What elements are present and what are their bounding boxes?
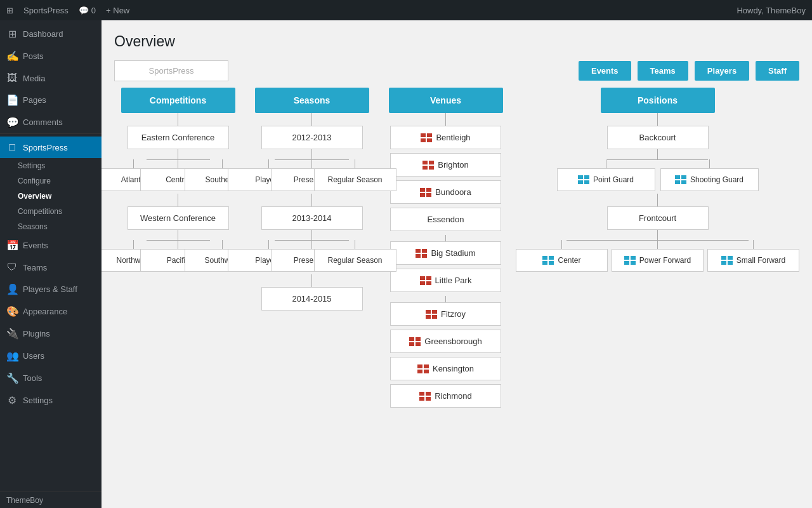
new-button[interactable]: + New bbox=[106, 6, 129, 15]
plugins-icon: 🔌 bbox=[6, 328, 18, 340]
little-park-icon bbox=[420, 276, 431, 285]
positions-header[interactable]: Positions bbox=[601, 88, 715, 113]
sidebar-item-plugins[interactable]: 🔌 Plugins bbox=[0, 323, 102, 345]
site-name[interactable]: SportsPress bbox=[23, 6, 69, 15]
svg-rect-25 bbox=[416, 337, 421, 341]
svg-rect-48 bbox=[624, 256, 629, 260]
backcourt-node[interactable]: Backcourt bbox=[607, 126, 709, 149]
eastern-conference-node[interactable]: Eastern Conference bbox=[128, 126, 229, 149]
sidebar-item-events[interactable]: 📅 Events bbox=[0, 234, 102, 257]
sidebar-item-players-staff[interactable]: 👤 Players & Staff bbox=[0, 278, 102, 300]
seasons-column: Seasons 2012-2013 Playoffs Preseason bbox=[248, 88, 376, 311]
svg-rect-26 bbox=[409, 342, 414, 346]
big-stadium-node[interactable]: Big Stadium bbox=[390, 241, 501, 265]
sidebar: ⊞ Dashboard ✍ Posts 🖼 Media 📄 Pages 💬 Co… bbox=[0, 20, 102, 508]
frontcourt-node[interactable]: Frontcourt bbox=[607, 206, 709, 230]
sidebar-item-media[interactable]: 🖼 Media bbox=[0, 67, 102, 89]
players-button[interactable]: Players bbox=[695, 61, 749, 81]
main-content: Overview SportsPress Events Teams Player… bbox=[102, 20, 812, 508]
bentleigh-node[interactable]: Bentleigh bbox=[390, 126, 501, 149]
sidebar-item-pages[interactable]: 📄 Pages bbox=[0, 89, 102, 111]
point-guard-icon bbox=[578, 175, 589, 184]
players-icon: 👤 bbox=[6, 283, 18, 295]
kensington-node[interactable]: Kensington bbox=[390, 357, 501, 380]
logo-text: SportsPress bbox=[149, 66, 194, 76]
sidebar-item-settings2[interactable]: ⚙ Settings bbox=[0, 389, 102, 411]
svg-rect-51 bbox=[631, 261, 636, 265]
svg-rect-3 bbox=[427, 138, 432, 142]
users-icon: 👥 bbox=[6, 350, 18, 362]
sidebar-item-competitions[interactable]: Competitions bbox=[0, 204, 102, 219]
svg-rect-15 bbox=[422, 254, 427, 258]
svg-rect-38 bbox=[578, 180, 583, 184]
sidebar-item-users[interactable]: 👥 Users bbox=[0, 345, 102, 367]
richmond-node[interactable]: Richmond bbox=[390, 384, 501, 408]
sidebar-item-settings[interactable]: Settings bbox=[0, 158, 102, 173]
seasons-header[interactable]: Seasons bbox=[255, 88, 369, 113]
venues-header[interactable]: Venues bbox=[389, 88, 503, 113]
top-row: SportsPress Events Teams Players Staff bbox=[114, 60, 799, 81]
svg-rect-21 bbox=[432, 310, 437, 314]
svg-rect-33 bbox=[426, 392, 431, 396]
svg-rect-49 bbox=[631, 256, 636, 260]
sidebar-item-comments[interactable]: 💬 Comments bbox=[0, 111, 102, 133]
teams-icon: 🛡 bbox=[6, 262, 18, 273]
frontcourt-group: Frontcourt Center bbox=[516, 206, 799, 272]
point-guard-node[interactable]: Point Guard bbox=[557, 168, 655, 191]
svg-rect-7 bbox=[429, 166, 434, 170]
regular-season-2013-node[interactable]: Regular Season bbox=[314, 249, 396, 272]
shooting-guard-node[interactable]: Shooting Guard bbox=[660, 168, 759, 191]
essendon-node[interactable]: Essendon bbox=[390, 208, 501, 231]
little-park-node[interactable]: Little Park bbox=[390, 269, 501, 292]
svg-rect-23 bbox=[432, 315, 437, 319]
sidebar-item-overview[interactable]: Overview bbox=[0, 189, 102, 204]
brighton-node[interactable]: Brighton bbox=[390, 153, 501, 177]
bundoora-icon bbox=[420, 188, 431, 197]
season-2013-2014-node[interactable]: 2013-2014 bbox=[261, 206, 363, 230]
western-conference-node[interactable]: Western Conference bbox=[128, 206, 229, 230]
svg-rect-43 bbox=[681, 180, 686, 184]
teams-button[interactable]: Teams bbox=[638, 61, 688, 81]
wp-logo[interactable]: ⊞ bbox=[6, 6, 13, 15]
staff-button[interactable]: Staff bbox=[756, 61, 799, 81]
svg-rect-4 bbox=[422, 161, 428, 164]
events-button[interactable]: Events bbox=[579, 61, 631, 81]
sidebar-item-dashboard[interactable]: ⊞ Dashboard bbox=[0, 23, 102, 45]
power-forward-icon bbox=[624, 256, 636, 265]
svg-rect-46 bbox=[542, 261, 547, 265]
fitzroy-node[interactable]: Fitzroy bbox=[390, 302, 501, 326]
comments-count[interactable]: 💬 0 bbox=[79, 6, 96, 15]
sidebar-item-sportspress[interactable]: □ SportsPress bbox=[0, 137, 102, 158]
center-node[interactable]: Center bbox=[516, 249, 608, 272]
svg-rect-50 bbox=[624, 261, 629, 265]
regular-season-2012-node[interactable]: Regular Season bbox=[314, 168, 396, 191]
sidebar-item-tools[interactable]: 🔧 Tools bbox=[0, 367, 102, 389]
sidebar-item-seasons[interactable]: Seasons bbox=[0, 219, 102, 234]
sportspress-logo-box: SportsPress bbox=[114, 60, 228, 81]
richmond-icon bbox=[419, 392, 431, 401]
season-2014-2015-node[interactable]: 2014-2015 bbox=[261, 287, 363, 311]
greensborough-node[interactable]: Greensborough bbox=[390, 330, 501, 353]
sidebar-item-posts[interactable]: ✍ Posts bbox=[0, 45, 102, 67]
svg-rect-9 bbox=[426, 188, 431, 192]
season-2014-2015-group: 2014-2015 bbox=[261, 287, 363, 311]
sidebar-nav: ⊞ Dashboard ✍ Posts 🖼 Media 📄 Pages 💬 Co… bbox=[0, 20, 102, 491]
themeboy-label: ThemeBoy bbox=[0, 491, 102, 508]
backcourt-group: Backcourt Point Guard bbox=[557, 126, 759, 191]
dashboard-icon: ⊞ bbox=[6, 28, 18, 40]
sidebar-item-appearance[interactable]: 🎨 Appearance bbox=[0, 300, 102, 323]
eastern-conference-group: Eastern Conference Atlantic Central bbox=[115, 126, 242, 191]
competitions-header[interactable]: Competitions bbox=[121, 88, 235, 113]
page-title: Overview bbox=[114, 33, 799, 50]
svg-rect-14 bbox=[416, 254, 421, 258]
small-forward-node[interactable]: Small Forward bbox=[707, 249, 799, 272]
power-forward-node[interactable]: Power Forward bbox=[612, 249, 704, 272]
svg-rect-8 bbox=[420, 188, 425, 192]
sidebar-item-configure[interactable]: Configure bbox=[0, 173, 102, 189]
comments-icon: 💬 bbox=[6, 116, 18, 128]
bundoora-node[interactable]: Bundoora bbox=[390, 180, 501, 204]
sidebar-item-teams[interactable]: 🛡 Teams bbox=[0, 257, 102, 278]
svg-rect-27 bbox=[416, 342, 421, 346]
season-2012-2013-node[interactable]: 2012-2013 bbox=[261, 126, 363, 149]
svg-rect-44 bbox=[542, 256, 547, 260]
